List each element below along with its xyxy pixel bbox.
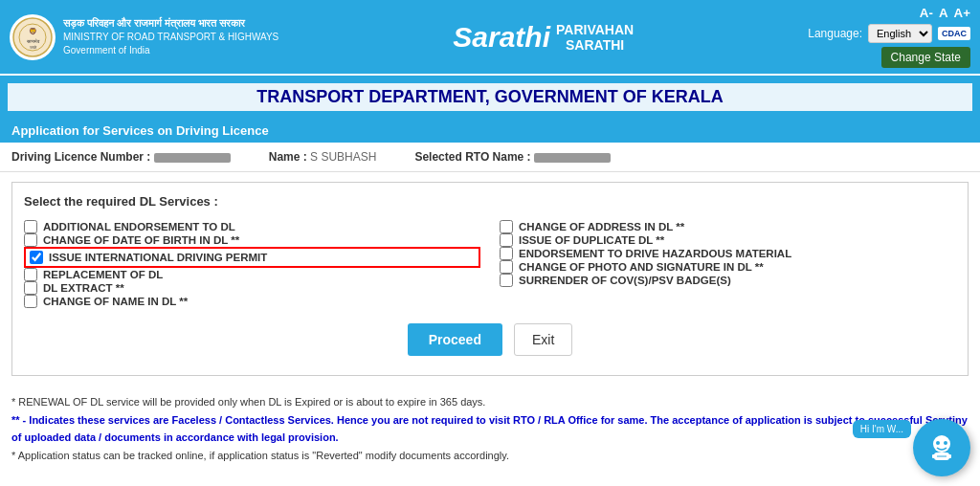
service-change-photo: CHANGE OF PHOTO AND SIGNATURE IN DL **: [500, 260, 956, 274]
rto-name-redacted: [534, 153, 611, 163]
services-title: Select the required DL Services :: [24, 194, 956, 209]
font-size-controls: A- A A+: [920, 6, 970, 20]
dl-number-redacted: [154, 153, 231, 163]
checkbox-international-permit[interactable]: [30, 251, 43, 264]
service-surrender-cov: SURRENDER OF COV(S)/PSV BADGE(S): [500, 274, 956, 287]
checkbox-additional-endorsement[interactable]: [24, 220, 37, 233]
service-change-dob: CHANGE OF DATE OF BIRTH IN DL **: [24, 233, 480, 247]
proceed-button[interactable]: Proceed: [408, 323, 502, 356]
gov-emblem: 🦁 सत्यमेव जयते: [10, 14, 56, 60]
language-select[interactable]: English हिंदी: [868, 24, 932, 43]
service-hazardous: ENDORSEMENT TO DRIVE HAZARDOUS MATERIAL: [500, 247, 956, 260]
checkbox-duplicate-dl[interactable]: [500, 233, 513, 247]
checkbox-dl-extract[interactable]: [24, 281, 37, 295]
checkbox-surrender-cov[interactable]: [500, 274, 513, 287]
services-right-col: CHANGE OF ADDRESS IN DL ** ISSUE OF DUPL…: [500, 220, 956, 308]
service-dl-extract: DL EXTRACT **: [24, 281, 480, 295]
rto-name-field: Selected RTO Name :: [414, 150, 611, 164]
page-title: TRANSPORT DEPARTMENT, GOVERNMENT OF KERA…: [8, 83, 972, 111]
service-duplicate-dl: ISSUE OF DUPLICATE DL **: [500, 233, 956, 247]
title-bar: TRANSPORT DEPARTMENT, GOVERNMENT OF KERA…: [0, 74, 980, 119]
service-international-permit: ISSUE INTERNATIONAL DRIVING PERMIT: [24, 247, 480, 268]
svg-rect-9: [932, 454, 935, 458]
sarathi-hindi-text: Sarathi: [453, 21, 550, 54]
svg-text:सत्यमेव: सत्यमेव: [26, 38, 40, 44]
service-change-name: CHANGE OF NAME IN DL **: [24, 295, 480, 308]
footer-note3: * Application status can be tracked onli…: [11, 447, 969, 465]
font-normal-button[interactable]: A: [939, 6, 948, 20]
checkbox-replacement[interactable]: [24, 268, 37, 281]
font-small-button[interactable]: A-: [920, 6, 933, 20]
header: 🦁 सत्यमेव जयते सड़क परिवहन और राजमार्ग म…: [0, 0, 980, 74]
footer-notes: * RENEWAL OF DL service will be provided…: [0, 386, 980, 475]
buttons-row: Proceed Exit: [24, 308, 956, 364]
section-header: Application for Services on Driving Lice…: [0, 119, 980, 143]
services-container: Select the required DL Services : ADDITI…: [11, 182, 969, 376]
header-right: A- A A+ Language: English हिंदी CDAC Cha…: [808, 6, 970, 68]
footer-note2: ** - Indicates these services are Facele…: [11, 411, 969, 447]
svg-point-7: [944, 441, 947, 445]
checkbox-change-dob[interactable]: [24, 233, 37, 247]
services-grid: ADDITIONAL ENDORSEMENT TO DL CHANGE OF D…: [24, 220, 956, 308]
sarathi-logo: Sarathi PARIVAHAN SARATHI: [453, 21, 634, 54]
services-left-col: ADDITIONAL ENDORSEMENT TO DL CHANGE OF D…: [24, 220, 480, 308]
chatbot-button[interactable]: [913, 419, 970, 475]
checkbox-change-address[interactable]: [500, 220, 513, 233]
svg-text:🦁: 🦁: [29, 27, 37, 35]
header-left: 🦁 सत्यमेव जयते सड़क परिवहन और राजमार्ग म…: [10, 14, 278, 60]
name-field: Name : S SUBHASH: [269, 150, 377, 164]
info-row: Driving Licence Number : Name : S SUBHAS…: [0, 143, 980, 172]
footer-note1: * RENEWAL OF DL service will be provided…: [11, 393, 969, 411]
change-state-button[interactable]: Change State: [881, 47, 970, 68]
service-change-address: CHANGE OF ADDRESS IN DL **: [500, 220, 956, 233]
language-label: Language:: [808, 27, 862, 40]
cdac-logo: CDAC: [938, 27, 970, 40]
exit-button[interactable]: Exit: [514, 323, 572, 356]
dl-number-field: Driving Licence Number :: [11, 150, 231, 164]
svg-text:जयते: जयते: [29, 45, 37, 50]
checkbox-change-name[interactable]: [24, 295, 37, 308]
chatbot-bubble: Hi I'm W...: [853, 420, 911, 438]
header-center: Sarathi PARIVAHAN SARATHI: [453, 21, 634, 54]
gov-text: सड़क परिवहन और राजमार्ग मंत्रालय भारत सर…: [63, 16, 278, 57]
service-replacement: REPLACEMENT OF DL: [24, 268, 480, 281]
checkbox-hazardous[interactable]: [500, 247, 513, 260]
service-additional-endorsement: ADDITIONAL ENDORSEMENT TO DL: [24, 220, 480, 233]
svg-point-6: [936, 441, 940, 445]
checkbox-change-photo[interactable]: [500, 260, 513, 274]
language-row: Language: English हिंदी CDAC: [808, 24, 970, 43]
svg-rect-10: [948, 454, 951, 458]
sarathi-en-text: PARIVAHAN SARATHI: [556, 22, 634, 53]
font-large-button[interactable]: A+: [954, 6, 970, 20]
